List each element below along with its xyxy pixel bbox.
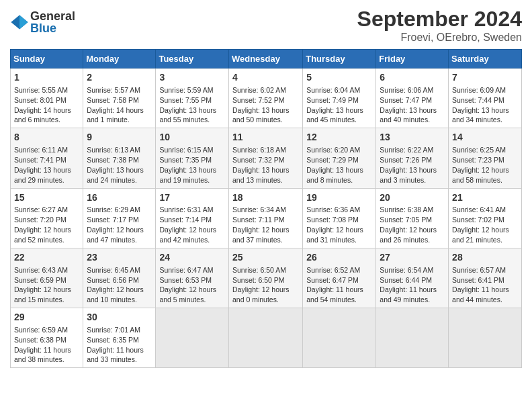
day-number: 6 <box>380 71 445 84</box>
calendar-cell <box>156 308 229 368</box>
calendar-cell: 15 Sunrise: 6:27 AMSunset: 7:20 PMDaylig… <box>11 188 83 248</box>
day-info: Sunrise: 6:45 AMSunset: 6:56 PMDaylight:… <box>87 266 144 304</box>
calendar-cell: 8 Sunrise: 6:11 AMSunset: 7:41 PMDayligh… <box>11 128 83 188</box>
calendar-cell: 30 Sunrise: 7:01 AMSunset: 6:35 PMDaylig… <box>83 308 156 368</box>
calendar-cell: 13 Sunrise: 6:22 AMSunset: 7:26 PMDaylig… <box>376 128 449 188</box>
calendar-cell: 29 Sunrise: 6:59 AMSunset: 6:38 PMDaylig… <box>11 308 83 368</box>
logo-icon <box>10 13 29 32</box>
calendar-cell: 6 Sunrise: 6:06 AMSunset: 7:47 PMDayligh… <box>376 68 449 128</box>
day-info: Sunrise: 6:36 AMSunset: 7:08 PMDaylight:… <box>306 205 363 244</box>
calendar-cell: 1 Sunrise: 5:55 AMSunset: 8:01 PMDayligh… <box>11 68 83 128</box>
day-number: 29 <box>14 311 79 324</box>
day-number: 1 <box>14 71 79 84</box>
day-number: 15 <box>14 191 79 204</box>
day-number: 24 <box>159 251 225 264</box>
day-info: Sunrise: 6:43 AMSunset: 6:59 PMDaylight:… <box>14 266 71 304</box>
day-info: Sunrise: 6:38 AMSunset: 7:05 PMDaylight:… <box>380 205 437 244</box>
calendar-header: Sunday Monday Tuesday Wednesday Thursday… <box>11 50 522 68</box>
day-number: 8 <box>14 131 79 144</box>
day-info: Sunrise: 6:54 AMSunset: 6:44 PMDaylight:… <box>380 266 437 304</box>
calendar-cell <box>228 308 302 368</box>
calendar-cell: 9 Sunrise: 6:13 AMSunset: 7:38 PMDayligh… <box>83 128 156 188</box>
title-block: September 2024 Froevi, OErebro, Sweden <box>357 7 522 44</box>
day-number: 4 <box>232 71 299 84</box>
day-info: Sunrise: 6:27 AMSunset: 7:20 PMDaylight:… <box>14 205 71 244</box>
calendar-cell: 27 Sunrise: 6:54 AMSunset: 6:44 PMDaylig… <box>376 248 449 308</box>
day-info: Sunrise: 6:20 AMSunset: 7:29 PMDaylight:… <box>306 146 363 184</box>
logo-text: General Blue <box>30 10 75 34</box>
day-number: 9 <box>87 131 152 144</box>
calendar-title: September 2024 <box>357 7 522 32</box>
day-number: 3 <box>159 71 225 84</box>
logo: General Blue <box>10 10 75 34</box>
day-number: 21 <box>452 191 518 204</box>
calendar-week-2: 8 Sunrise: 6:11 AMSunset: 7:41 PMDayligh… <box>11 128 522 188</box>
calendar-cell: 28 Sunrise: 6:57 AMSunset: 6:41 PMDaylig… <box>449 248 522 308</box>
calendar-cell: 20 Sunrise: 6:38 AMSunset: 7:05 PMDaylig… <box>376 188 449 248</box>
day-number: 11 <box>232 131 299 144</box>
col-wednesday: Wednesday <box>228 50 302 68</box>
calendar-body: 1 Sunrise: 5:55 AMSunset: 8:01 PMDayligh… <box>11 68 522 368</box>
day-info: Sunrise: 6:13 AMSunset: 7:38 PMDaylight:… <box>87 146 144 184</box>
calendar-cell <box>303 308 376 368</box>
logo-blue: Blue <box>30 22 75 34</box>
calendar-cell: 14 Sunrise: 6:25 AMSunset: 7:23 PMDaylig… <box>449 128 522 188</box>
calendar-cell: 18 Sunrise: 6:34 AMSunset: 7:11 PMDaylig… <box>228 188 302 248</box>
header-row: Sunday Monday Tuesday Wednesday Thursday… <box>11 50 522 68</box>
svg-marker-1 <box>19 15 28 30</box>
calendar-week-4: 22 Sunrise: 6:43 AMSunset: 6:59 PMDaylig… <box>11 248 522 308</box>
day-info: Sunrise: 6:22 AMSunset: 7:26 PMDaylight:… <box>380 146 437 184</box>
calendar-week-1: 1 Sunrise: 5:55 AMSunset: 8:01 PMDayligh… <box>11 68 522 128</box>
calendar-cell: 23 Sunrise: 6:45 AMSunset: 6:56 PMDaylig… <box>83 248 156 308</box>
calendar-cell: 4 Sunrise: 6:02 AMSunset: 7:52 PMDayligh… <box>228 68 302 128</box>
col-sunday: Sunday <box>11 50 83 68</box>
day-info: Sunrise: 6:34 AMSunset: 7:11 PMDaylight:… <box>232 205 290 244</box>
calendar-cell: 7 Sunrise: 6:09 AMSunset: 7:44 PMDayligh… <box>449 68 522 128</box>
calendar-cell <box>376 308 449 368</box>
col-saturday: Saturday <box>449 50 522 68</box>
calendar-cell: 10 Sunrise: 6:15 AMSunset: 7:35 PMDaylig… <box>156 128 229 188</box>
calendar-cell: 25 Sunrise: 6:50 AMSunset: 6:50 PMDaylig… <box>228 248 302 308</box>
day-info: Sunrise: 6:52 AMSunset: 6:47 PMDaylight:… <box>306 266 363 304</box>
day-info: Sunrise: 6:04 AMSunset: 7:49 PMDaylight:… <box>306 86 363 124</box>
day-info: Sunrise: 6:15 AMSunset: 7:35 PMDaylight:… <box>159 146 216 184</box>
day-number: 27 <box>380 251 445 264</box>
day-number: 18 <box>232 191 299 204</box>
day-info: Sunrise: 6:31 AMSunset: 7:14 PMDaylight:… <box>159 205 216 244</box>
day-number: 12 <box>306 131 372 144</box>
day-number: 30 <box>87 311 152 324</box>
calendar-cell: 12 Sunrise: 6:20 AMSunset: 7:29 PMDaylig… <box>303 128 376 188</box>
day-info: Sunrise: 6:59 AMSunset: 6:38 PMDaylight:… <box>14 326 71 364</box>
day-info: Sunrise: 6:18 AMSunset: 7:32 PMDaylight:… <box>232 146 290 184</box>
day-info: Sunrise: 7:01 AMSunset: 6:35 PMDaylight:… <box>87 326 144 364</box>
day-info: Sunrise: 6:11 AMSunset: 7:41 PMDaylight:… <box>14 146 71 184</box>
day-info: Sunrise: 6:09 AMSunset: 7:44 PMDaylight:… <box>452 86 509 124</box>
calendar-week-5: 29 Sunrise: 6:59 AMSunset: 6:38 PMDaylig… <box>11 308 522 368</box>
calendar-cell: 26 Sunrise: 6:52 AMSunset: 6:47 PMDaylig… <box>303 248 376 308</box>
col-monday: Monday <box>83 50 156 68</box>
day-number: 17 <box>159 191 225 204</box>
calendar-cell: 21 Sunrise: 6:41 AMSunset: 7:02 PMDaylig… <box>449 188 522 248</box>
calendar-cell: 2 Sunrise: 5:57 AMSunset: 7:58 PMDayligh… <box>83 68 156 128</box>
day-info: Sunrise: 6:57 AMSunset: 6:41 PMDaylight:… <box>452 266 509 304</box>
day-number: 7 <box>452 71 518 84</box>
day-number: 20 <box>380 191 445 204</box>
calendar-cell: 19 Sunrise: 6:36 AMSunset: 7:08 PMDaylig… <box>303 188 376 248</box>
calendar-cell: 22 Sunrise: 6:43 AMSunset: 6:59 PMDaylig… <box>11 248 83 308</box>
col-thursday: Thursday <box>303 50 376 68</box>
day-number: 25 <box>232 251 299 264</box>
day-info: Sunrise: 5:55 AMSunset: 8:01 PMDaylight:… <box>14 86 71 124</box>
day-info: Sunrise: 6:41 AMSunset: 7:02 PMDaylight:… <box>452 205 509 244</box>
day-number: 28 <box>452 251 518 264</box>
calendar-cell: 17 Sunrise: 6:31 AMSunset: 7:14 PMDaylig… <box>156 188 229 248</box>
calendar-subtitle: Froevi, OErebro, Sweden <box>357 32 522 44</box>
day-number: 22 <box>14 251 79 264</box>
day-number: 26 <box>306 251 372 264</box>
day-number: 5 <box>306 71 372 84</box>
calendar-cell: 5 Sunrise: 6:04 AMSunset: 7:49 PMDayligh… <box>303 68 376 128</box>
calendar-table: Sunday Monday Tuesday Wednesday Thursday… <box>10 49 522 368</box>
col-friday: Friday <box>376 50 449 68</box>
calendar-cell: 3 Sunrise: 5:59 AMSunset: 7:55 PMDayligh… <box>156 68 229 128</box>
day-number: 10 <box>159 131 225 144</box>
day-info: Sunrise: 6:50 AMSunset: 6:50 PMDaylight:… <box>232 266 290 304</box>
